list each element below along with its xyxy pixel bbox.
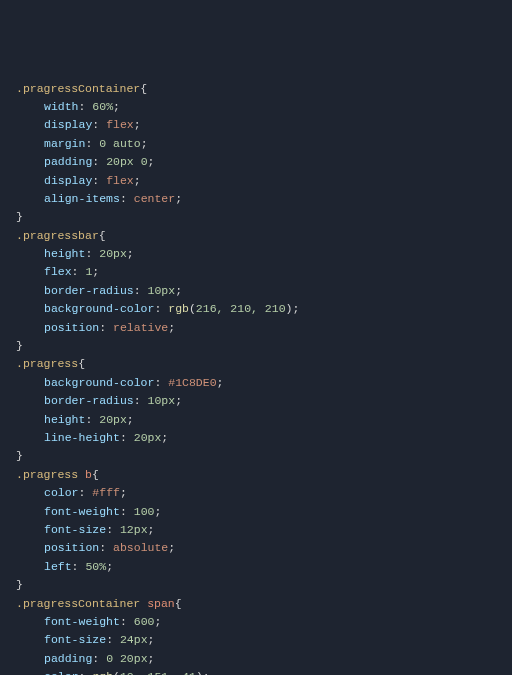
css-declaration: margin: 0 auto; — [16, 135, 512, 153]
css-declaration: border-radius: 10px; — [16, 282, 512, 300]
css-declaration: padding: 0 20px; — [16, 650, 512, 668]
css-selector: .pragressContainer{ — [16, 80, 512, 98]
css-declaration: position: absolute; — [16, 539, 512, 557]
css-declaration: font-weight: 600; — [16, 613, 512, 631]
css-declaration: left: 50%; — [16, 558, 512, 576]
css-declaration: width: 60%; — [16, 98, 512, 116]
css-declaration: position: relative; — [16, 319, 512, 337]
css-close-brace: } — [16, 576, 512, 594]
css-declaration: font-weight: 100; — [16, 503, 512, 521]
css-declaration: height: 20px; — [16, 411, 512, 429]
css-declaration: border-radius: 10px; — [16, 392, 512, 410]
css-declaration: display: flex; — [16, 172, 512, 190]
css-declaration: font-size: 12px; — [16, 521, 512, 539]
css-selector: .pragress b{ — [16, 466, 512, 484]
css-declaration: line-height: 20px; — [16, 429, 512, 447]
css-close-brace: } — [16, 208, 512, 226]
css-close-brace: } — [16, 337, 512, 355]
css-declaration: background-color: rgb(216, 210, 210); — [16, 300, 512, 318]
css-declaration: color: rgb(10, 151, 41); — [16, 668, 512, 675]
css-selector: .pragressContainer span{ — [16, 595, 512, 613]
css-selector: .pragress{ — [16, 355, 512, 373]
css-close-brace: } — [16, 447, 512, 465]
css-declaration: height: 20px; — [16, 245, 512, 263]
css-declaration: flex: 1; — [16, 263, 512, 281]
css-selector: .pragressbar{ — [16, 227, 512, 245]
code-editor[interactable]: .pragressContainer{width: 60%;display: f… — [16, 80, 512, 675]
css-declaration: padding: 20px 0; — [16, 153, 512, 171]
css-declaration: background-color: #1C8DE0; — [16, 374, 512, 392]
css-declaration: font-size: 24px; — [16, 631, 512, 649]
css-declaration: align-items: center; — [16, 190, 512, 208]
css-declaration: display: flex; — [16, 116, 512, 134]
css-declaration: color: #fff; — [16, 484, 512, 502]
